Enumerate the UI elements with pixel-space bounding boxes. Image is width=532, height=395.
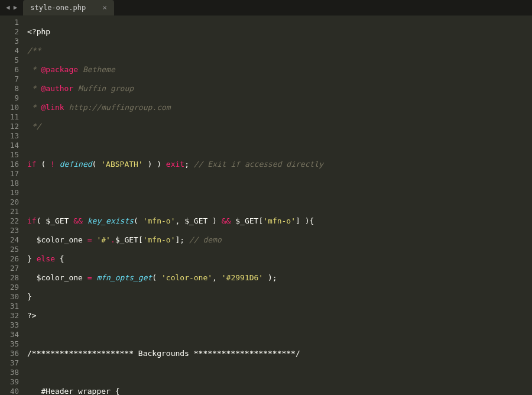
line-number: 32 <box>0 311 19 320</box>
line-number: 40 <box>0 387 19 395</box>
tab-file[interactable]: style-one.php × <box>23 0 114 15</box>
nav-back-icon[interactable]: ◀ <box>6 4 10 11</box>
nav-forward-icon[interactable]: ▶ <box>14 4 18 11</box>
var-get: $_GET <box>184 216 207 225</box>
line-number: 13 <box>0 131 19 141</box>
line-number: 19 <box>0 188 19 198</box>
line-number: 38 <box>0 368 19 377</box>
op-not: ! <box>50 160 55 169</box>
fn-defined: defined <box>60 160 92 169</box>
doc-tag-author: @author <box>41 84 73 93</box>
doc-star: * <box>27 103 37 112</box>
doc-val-author: Muffin group <box>78 84 134 93</box>
line-number: 31 <box>0 302 19 311</box>
line-number: 16 <box>0 160 19 169</box>
doc-val-link: http://muffingroup.com <box>69 103 170 112</box>
kw-if: if <box>27 160 37 169</box>
docblock-close: */ <box>27 122 41 131</box>
line-number: 29 <box>0 283 19 292</box>
line-number: 22 <box>0 216 19 226</box>
docblock-open: /** <box>27 46 41 55</box>
line-number: 5 <box>0 56 19 65</box>
var-color-one: $color_one <box>37 235 83 244</box>
fn-mfn-opts-get: mfn_opts_get <box>96 273 152 282</box>
var-color-one: $color_one <box>37 273 83 282</box>
line-number: 23 <box>0 226 19 235</box>
str-hash: '#' <box>96 235 110 244</box>
css-sel-header-wrapper: #Header_wrapper { <box>41 387 119 395</box>
idx-mfn-o: 'mfn-o' <box>143 235 176 244</box>
line-number: 10 <box>0 103 19 112</box>
title-bar: ◀ ▶ style-one.php × <box>0 0 532 15</box>
code-area[interactable]: <?php /** * @package Betheme * @author M… <box>24 15 532 395</box>
kw-else: else <box>37 254 55 263</box>
tab-filename: style-one.php <box>30 4 86 12</box>
line-number: 24 <box>0 235 19 245</box>
op-dot: . <box>111 235 115 244</box>
line-number: 25 <box>0 245 19 254</box>
fn-key-exists: key_exists <box>87 216 134 225</box>
str-2991d6: '#2991D6' <box>222 273 263 282</box>
line-number: 6 <box>0 65 19 75</box>
line-number: 36 <box>0 349 19 358</box>
comment-exit: // Exit if accessed directly <box>194 160 323 169</box>
line-number: 21 <box>0 207 19 216</box>
op-eq: = <box>87 235 92 244</box>
var-get: $_GET <box>115 235 138 244</box>
line-number: 30 <box>0 292 19 302</box>
line-number: 27 <box>0 264 19 273</box>
line-number: 7 <box>0 75 19 84</box>
line-number: 17 <box>0 169 19 179</box>
op-and: && <box>73 216 83 225</box>
php-close-tag: ?> <box>27 311 37 320</box>
kw-exit: exit <box>166 160 184 169</box>
line-number: 20 <box>0 198 19 207</box>
line-number: 11 <box>0 112 19 122</box>
doc-tag-package: @package <box>41 65 78 74</box>
idx-mfn-o: 'mfn-o' <box>263 216 296 225</box>
line-number-gutter: 1234567891011121314151617181920212223242… <box>0 15 24 395</box>
str-color-one: 'color-one' <box>161 273 212 282</box>
nav-arrows: ◀ ▶ <box>0 4 23 11</box>
line-number: 14 <box>0 141 19 150</box>
doc-star: * <box>27 65 37 74</box>
kw-if: if <box>27 216 37 225</box>
line-number: 12 <box>0 122 19 131</box>
line-number: 3 <box>0 37 19 46</box>
line-number: 18 <box>0 179 19 188</box>
str-abspath: 'ABSPATH' <box>101 160 142 169</box>
op-and: && <box>222 216 231 225</box>
tab-close-icon[interactable]: × <box>102 3 107 12</box>
line-number: 37 <box>0 358 19 368</box>
str-mfn-o: 'mfn-o' <box>143 216 176 225</box>
line-number: 39 <box>0 377 19 387</box>
line-number: 1 <box>0 18 19 27</box>
line-number: 33 <box>0 320 19 330</box>
line-number: 4 <box>0 46 19 56</box>
line-number: 2 <box>0 27 19 37</box>
comment-demo: // demo <box>189 235 222 244</box>
line-number: 28 <box>0 273 19 283</box>
line-number: 35 <box>0 339 19 349</box>
var-get: $_GET <box>46 216 69 225</box>
editor: 1234567891011121314151617181920212223242… <box>0 15 532 395</box>
doc-tag-link: @link <box>41 103 64 112</box>
line-number: 26 <box>0 254 19 264</box>
line-number: 15 <box>0 150 19 160</box>
css-comment-backgrounds: /********************** Backgrounds ****… <box>27 349 300 358</box>
php-open-tag: <?php <box>27 27 50 36</box>
line-number: 9 <box>0 93 19 103</box>
var-get: $_GET <box>235 216 258 225</box>
doc-star: * <box>27 84 37 93</box>
op-eq: = <box>87 273 92 282</box>
line-number: 8 <box>0 84 19 93</box>
line-number: 34 <box>0 330 19 339</box>
doc-val-package: Betheme <box>83 65 115 74</box>
